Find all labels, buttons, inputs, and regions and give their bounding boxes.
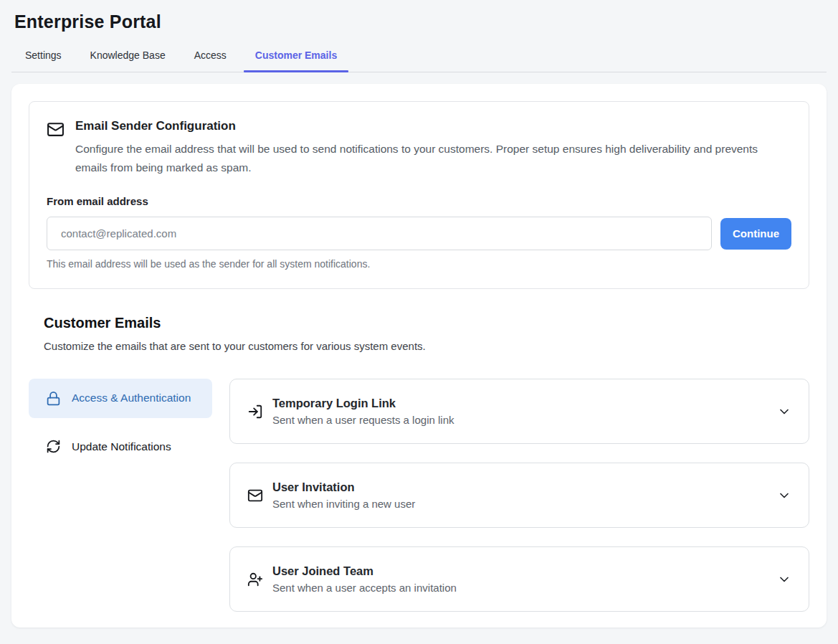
email-card-description: Sent when a user accepts an invitation <box>272 582 768 594</box>
from-email-input[interactable] <box>47 217 712 250</box>
tab-knowledge-base[interactable]: Knowledge Base <box>79 42 177 72</box>
customer-emails-subtitle: Customize the emails that are sent to yo… <box>44 340 809 352</box>
config-card-header: Email Sender Configuration Configure the… <box>47 119 791 176</box>
sidebar-item-update-notifications[interactable]: Update Notifications <box>29 427 212 466</box>
email-card-title: Temporary Login Link <box>272 397 768 410</box>
customer-emails-body: Access & Authentication Update Notificat… <box>29 379 809 612</box>
page-title: Enterprise Portal <box>14 11 824 32</box>
email-card-user-invitation[interactable]: User Invitation Sent when inviting a new… <box>229 463 809 528</box>
email-card-text: User Joined Team Sent when a user accept… <box>272 564 768 594</box>
mail-icon <box>247 488 263 503</box>
sidebar-item-label: Access & Authentication <box>72 390 191 406</box>
chevron-down-icon[interactable] <box>777 488 791 503</box>
email-template-list: Temporary Login Link Sent when a user re… <box>229 379 809 612</box>
mail-icon <box>47 120 65 138</box>
email-category-sidebar: Access & Authentication Update Notificat… <box>29 379 212 612</box>
config-card-description: Configure the email address that will be… <box>75 140 785 176</box>
email-card-temporary-login-link[interactable]: Temporary Login Link Sent when a user re… <box>229 379 809 444</box>
chevron-down-icon[interactable] <box>777 404 791 419</box>
email-card-user-joined-team[interactable]: User Joined Team Sent when a user accept… <box>229 546 809 612</box>
email-card-description: Sent when a user requests a login link <box>272 414 768 426</box>
page-header: Enterprise Portal Settings Knowledge Bas… <box>0 0 838 72</box>
email-helper-text: This email address will be used as the s… <box>47 258 791 270</box>
config-card-title: Email Sender Configuration <box>75 119 785 133</box>
email-card-text: User Invitation Sent when inviting a new… <box>272 480 768 510</box>
main-panel: Email Sender Configuration Configure the… <box>11 84 827 628</box>
email-input-row: Continue <box>47 217 791 250</box>
email-card-text: Temporary Login Link Sent when a user re… <box>272 397 768 426</box>
sidebar-item-access-authentication[interactable]: Access & Authentication <box>29 379 212 417</box>
lock-icon <box>46 391 61 406</box>
user-plus-icon <box>247 572 263 587</box>
email-card-title: User Invitation <box>272 480 768 494</box>
email-card-title: User Joined Team <box>272 564 768 578</box>
chevron-down-icon[interactable] <box>777 572 791 587</box>
refresh-icon <box>46 439 61 454</box>
tab-access[interactable]: Access <box>183 42 238 72</box>
from-email-label: From email address <box>47 195 791 207</box>
tab-customer-emails[interactable]: Customer Emails <box>244 42 348 72</box>
email-card-description: Sent when inviting a new user <box>272 498 768 510</box>
login-icon <box>247 404 263 420</box>
email-sender-configuration-card: Email Sender Configuration Configure the… <box>29 101 809 289</box>
customer-emails-heading: Customer Emails <box>44 315 809 331</box>
tab-settings[interactable]: Settings <box>14 42 73 72</box>
tab-bar: Settings Knowledge Base Access Customer … <box>11 42 827 72</box>
config-card-text: Email Sender Configuration Configure the… <box>75 119 785 176</box>
continue-button[interactable]: Continue <box>720 218 791 250</box>
sidebar-item-label: Update Notifications <box>72 439 171 455</box>
